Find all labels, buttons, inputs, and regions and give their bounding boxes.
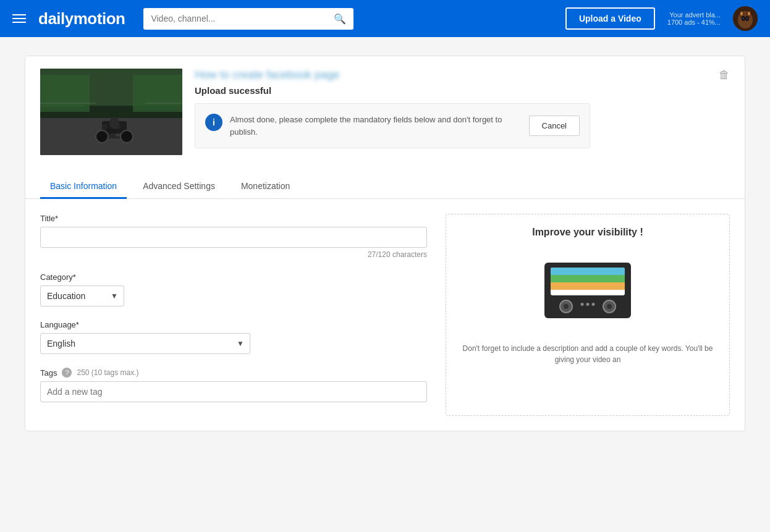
cassette-illustration xyxy=(544,263,631,324)
visibility-panel: Improve your visibility ! xyxy=(446,214,730,416)
svg-point-21 xyxy=(109,117,119,129)
cancel-button[interactable]: Cancel xyxy=(529,116,580,136)
main-content: How to create facebook page Upload suces… xyxy=(0,37,770,450)
user-line1: Your advert bla... xyxy=(669,11,721,19)
svg-point-19 xyxy=(96,130,108,143)
char-count: 27/120 characters xyxy=(40,250,427,259)
upload-card: How to create facebook page Upload suces… xyxy=(25,56,745,431)
visibility-description: Don't forget to include a description an… xyxy=(459,343,717,365)
svg-point-8 xyxy=(743,17,745,20)
tab-monetization[interactable]: Monetization xyxy=(231,174,300,198)
logo: dailymotion xyxy=(38,9,125,28)
tags-group: Tags ? 250 (10 tags max.) xyxy=(40,368,427,402)
form-left: Title* 27/120 characters Category* Educa… xyxy=(40,214,427,416)
svg-point-5 xyxy=(748,12,750,15)
tags-help-icon[interactable]: ? xyxy=(62,368,72,378)
upload-info: How to create facebook page Upload suces… xyxy=(195,69,730,148)
visibility-title: Improve your visibility ! xyxy=(532,227,643,238)
video-title-blurred: How to create facebook page xyxy=(195,69,730,82)
hamburger-menu-icon[interactable] xyxy=(12,14,26,23)
language-label: Language* xyxy=(40,320,427,329)
video-thumbnail xyxy=(40,69,182,155)
title-input[interactable] xyxy=(40,227,427,248)
info-box: i Almost done, please complete the manda… xyxy=(195,103,590,148)
tags-label: Tags xyxy=(40,368,57,378)
form-section: Title* 27/120 characters Category* Educa… xyxy=(25,199,745,431)
tabs: Basic Information Advanced Settings Mone… xyxy=(25,174,745,199)
header: dailymotion 🔍 Upload a Video Your advert… xyxy=(0,0,770,37)
info-icon: i xyxy=(205,114,222,131)
language-select[interactable]: English French Spanish German Italian xyxy=(40,333,250,354)
title-group: Title* 27/120 characters xyxy=(40,214,427,259)
upload-section: How to create facebook page Upload suces… xyxy=(25,56,745,167)
search-bar: 🔍 xyxy=(143,8,353,30)
category-label: Category* xyxy=(40,272,427,282)
user-info: Your advert bla... 1700 ads - 41%... xyxy=(667,11,721,26)
tag-input[interactable] xyxy=(40,381,427,402)
upload-status: Upload sucessful xyxy=(195,85,730,96)
tags-count: 250 (10 tags max.) xyxy=(77,368,138,377)
search-input[interactable] xyxy=(143,9,326,28)
svg-point-4 xyxy=(740,12,743,15)
tab-advanced-settings[interactable]: Advanced Settings xyxy=(133,174,225,198)
language-select-wrapper: English French Spanish German Italian ▼ xyxy=(40,333,250,354)
category-select[interactable]: Education Entertainment News Sports Musi… xyxy=(40,285,124,306)
search-button[interactable]: 🔍 xyxy=(326,8,353,30)
svg-point-20 xyxy=(121,130,133,143)
svg-rect-22 xyxy=(40,103,96,104)
user-line2: 1700 ads - 41%... xyxy=(667,19,721,26)
language-group: Language* English French Spanish German … xyxy=(40,320,427,354)
svg-rect-24 xyxy=(145,103,182,104)
delete-icon[interactable]: 🗑 xyxy=(719,69,730,82)
svg-rect-13 xyxy=(133,75,182,112)
info-message: Almost done, please complete the mandato… xyxy=(230,114,515,138)
category-group: Category* Education Entertainment News S… xyxy=(40,272,427,306)
category-select-wrapper: Education Entertainment News Sports Musi… xyxy=(40,285,124,306)
svg-point-9 xyxy=(747,17,748,20)
upload-video-button[interactable]: Upload a Video xyxy=(565,7,655,30)
title-label: Title* xyxy=(40,214,427,223)
tags-row: Tags ? 250 (10 tags max.) xyxy=(40,368,427,378)
svg-rect-23 xyxy=(40,106,83,106)
avatar[interactable] xyxy=(733,6,758,31)
tab-basic-information[interactable]: Basic Information xyxy=(40,174,127,198)
